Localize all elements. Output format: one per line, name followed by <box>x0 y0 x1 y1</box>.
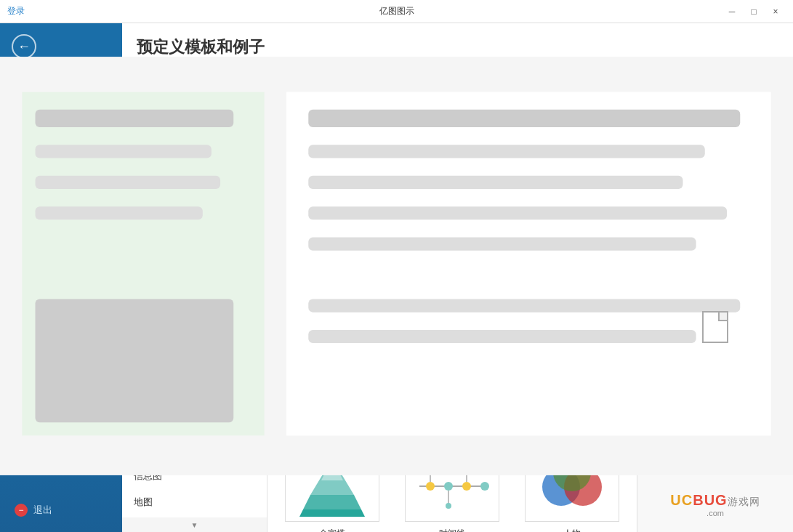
app-body: ← 打开 新建 保存 另存为 打印 导入 导出 & 发送 关闭 选项 免费 Ed… <box>0 23 793 532</box>
document-icon <box>702 311 728 343</box>
preview-image-2 <box>646 217 784 289</box>
svg-rect-95 <box>646 217 727 219</box>
svg-rect-96 <box>646 238 696 251</box>
svg-rect-86 <box>646 217 771 289</box>
content-area: 预定义模板和例子 🔍 基本绘图 商务 卡片 图表 剪切画 数据库 工程 时装设计… <box>122 23 793 532</box>
template-body: 基本绘图 商务 卡片 图表 剪切画 数据库 工程 时装设计 平面布置图 流程图 … <box>122 97 793 532</box>
preview-panel: Brochure 2 <box>637 97 793 532</box>
